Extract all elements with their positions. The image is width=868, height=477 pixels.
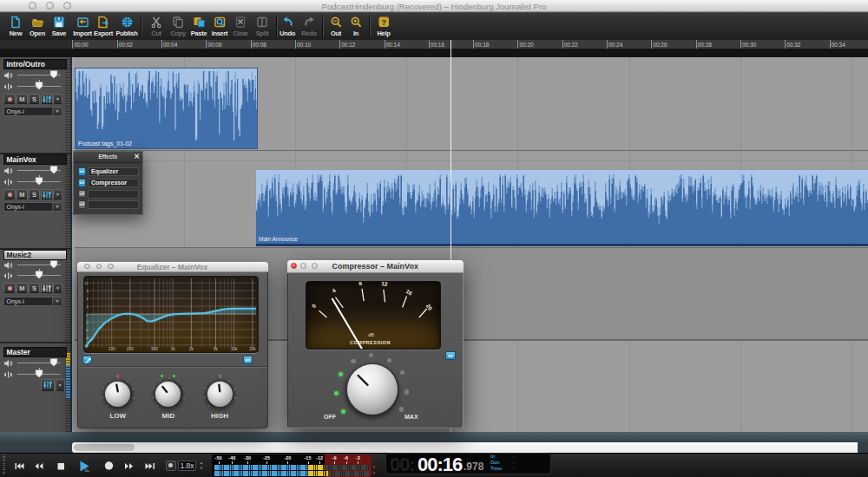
svg-text:COMPRESSION: COMPRESSION — [350, 339, 391, 344]
svg-text:0: 0 — [311, 302, 318, 308]
svg-text:16: 16 — [404, 287, 413, 296]
svg-text:dB: dB — [368, 331, 374, 337]
svg-text:20: 20 — [425, 303, 434, 311]
svg-text:4: 4 — [331, 286, 337, 293]
svg-text:8: 8 — [358, 282, 363, 286]
svg-text:12: 12 — [381, 282, 389, 287]
svg-text:?: ? — [381, 17, 386, 27]
